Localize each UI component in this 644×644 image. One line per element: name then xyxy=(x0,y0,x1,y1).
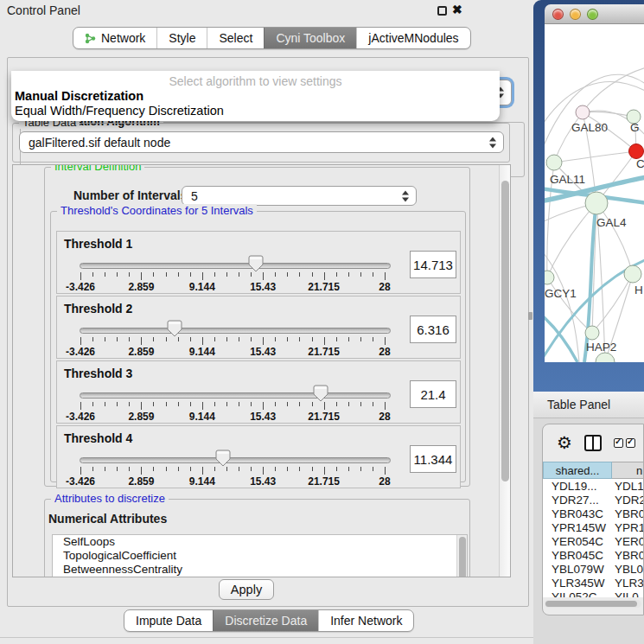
cell-shared-name[interactable]: YDR27... xyxy=(543,494,612,507)
node-label-hap2: HAP2 xyxy=(586,341,616,354)
table-row[interactable]: YDL19...YDL1 xyxy=(543,479,643,493)
node-label-c: C xyxy=(636,157,644,170)
tab-label: Impute Data xyxy=(136,614,201,628)
cell-shared-name[interactable]: YDL19... xyxy=(543,480,612,493)
tab-label: Select xyxy=(219,31,252,45)
cell-name[interactable]: YDR2 xyxy=(612,494,643,507)
tab-jactivemnodules[interactable]: jActiveMNodules xyxy=(356,28,469,48)
column-header-name[interactable]: n xyxy=(612,462,643,479)
table-panel-title: Table Panel xyxy=(547,398,610,411)
panel-splitter-grip[interactable] xyxy=(528,312,532,320)
threshold-1-block: Threshold 1 -3.4262.8599.14415.4321.7152… xyxy=(56,231,461,294)
network-node-hap2[interactable] xyxy=(585,326,599,340)
threshold-value-field[interactable]: 11.344 xyxy=(410,445,456,473)
tab-cyni-toolbox[interactable]: Cyni Toolbox xyxy=(264,28,356,48)
axis-tick-label: 2.859 xyxy=(128,475,154,488)
axis-tick-label: 2.859 xyxy=(128,281,154,293)
attribute-item-topologicalcoefficient[interactable]: TopologicalCoefficient xyxy=(53,549,467,563)
cell-name[interactable]: YIL0 xyxy=(612,590,643,598)
table-row[interactable]: YBR043CYBR0 xyxy=(543,507,643,520)
network-node-c[interactable] xyxy=(629,144,644,159)
cell-shared-name[interactable]: YBR043C xyxy=(543,507,612,520)
table-row[interactable]: YBL079WYBL0 xyxy=(543,562,643,576)
apply-button[interactable]: Apply xyxy=(219,579,274,600)
network-node-gcy1[interactable] xyxy=(545,271,554,284)
network-canvas[interactable]: GAL80GCGAL11GAL4GCY1HHAP2 xyxy=(545,24,644,362)
popup-item-equal-width[interactable]: Equal Width/Frequency Discretization xyxy=(15,104,224,118)
slider-track[interactable] xyxy=(80,392,391,399)
tab-network[interactable]: Network xyxy=(73,28,156,48)
network-node-gal80[interactable] xyxy=(576,105,590,119)
axis-tick-label: 21.715 xyxy=(308,281,340,293)
slider-track[interactable] xyxy=(80,457,391,463)
tab-style[interactable]: Style xyxy=(156,28,207,48)
cell-name[interactable]: YBR0 xyxy=(612,549,643,562)
float-window-icon[interactable] xyxy=(437,6,447,16)
checkbox-icon[interactable] xyxy=(626,438,635,448)
table-row[interactable]: YER054CYER0 xyxy=(543,534,643,548)
slider-thumb[interactable] xyxy=(167,320,182,337)
axis-tick-label: 28 xyxy=(379,281,390,293)
attribute-item-selfloops[interactable]: SelfLoops xyxy=(53,535,467,549)
cell-name[interactable]: YDL1 xyxy=(612,480,643,493)
threshold-value-field[interactable]: 6.316 xyxy=(410,316,456,343)
cell-name[interactable]: YER0 xyxy=(612,535,643,548)
table-data-combobox[interactable]: galFiltered.sif default node xyxy=(19,131,504,153)
interval-definition-group: Interval Definition Number of Intervals … xyxy=(44,167,470,487)
network-node-gal4[interactable] xyxy=(585,192,608,214)
popup-item-manual-discretization[interactable]: Manual Discretization xyxy=(15,89,143,103)
network-node-gal11[interactable] xyxy=(546,155,562,170)
slider-thumb[interactable] xyxy=(215,450,231,467)
group-title: Threshold's Coordinates for 5 Intervals xyxy=(57,204,257,217)
slider-track[interactable] xyxy=(80,328,391,334)
table-toolbar: ⚙ xyxy=(543,424,643,461)
attribute-item-betweennesscentrality[interactable]: BetweennessCentrality xyxy=(53,563,467,577)
slider-thumb[interactable] xyxy=(313,385,328,402)
slider-track[interactable] xyxy=(80,263,391,269)
tab-label: Cyni Toolbox xyxy=(276,31,345,45)
minimize-traffic-light[interactable] xyxy=(570,9,581,20)
table-row[interactable]: YIL052CYIL0 xyxy=(543,590,643,597)
table-row[interactable]: YLR345WYLR3 xyxy=(543,576,643,590)
cell-name[interactable]: YLR3 xyxy=(612,577,643,590)
gear-icon[interactable]: ⚙ xyxy=(557,434,572,451)
cell-shared-name[interactable]: YLR345W xyxy=(543,577,612,590)
slider-thumb[interactable] xyxy=(248,255,264,272)
cell-shared-name[interactable]: YPR145W xyxy=(543,521,612,534)
table-horizontal-scrollbar[interactable] xyxy=(545,600,641,608)
network-node-h[interactable] xyxy=(624,265,641,283)
cell-name[interactable]: YBR0 xyxy=(612,507,643,520)
number-of-intervals-combobox[interactable]: 5 xyxy=(182,186,417,206)
table-row[interactable]: YPR145WYPR1 xyxy=(543,520,643,534)
tab-select[interactable]: Select xyxy=(207,28,264,48)
cell-shared-name[interactable]: YBL079W xyxy=(543,563,612,576)
attributes-list-scrollbar[interactable] xyxy=(456,535,467,577)
split-columns-icon[interactable] xyxy=(584,435,602,451)
tab-impute-data[interactable]: Impute Data xyxy=(124,610,213,631)
settings-vertical-scrollbar[interactable] xyxy=(499,165,510,577)
axis-tick-label: 28 xyxy=(379,346,390,358)
tab-infer-network[interactable]: Infer Network xyxy=(318,610,413,631)
panel-title: Control Panel xyxy=(7,3,80,17)
cell-name[interactable]: YBL0 xyxy=(612,563,643,576)
cell-shared-name[interactable]: YER054C xyxy=(543,535,612,548)
network-node[interactable] xyxy=(596,353,615,362)
group-title: Attributes to discretize xyxy=(51,492,169,505)
settings-scrollpane: Interval Definition Number of Intervals … xyxy=(12,164,511,577)
column-header-shared-name[interactable]: shared... xyxy=(543,462,612,479)
table-row[interactable]: YDR27...YDR2 xyxy=(543,493,643,507)
cell-shared-name[interactable]: YBR045C xyxy=(543,549,612,562)
close-icon[interactable]: ✖ xyxy=(452,3,462,16)
tab-discretize-data[interactable]: Discretize Data xyxy=(213,610,318,631)
table-row[interactable]: YBR045CYBR0 xyxy=(543,548,643,562)
axis-tick-label: 15.43 xyxy=(250,281,276,293)
cell-name[interactable]: YPR1 xyxy=(612,521,643,534)
threshold-value-field[interactable]: 14.713 xyxy=(410,251,456,278)
cell-shared-name[interactable]: YIL052C xyxy=(543,590,612,598)
close-traffic-light[interactable] xyxy=(552,9,564,20)
threshold-label: Threshold 2 xyxy=(64,302,132,316)
zoom-traffic-light[interactable] xyxy=(587,9,598,20)
slider-scale xyxy=(80,467,385,475)
checkbox-icon[interactable] xyxy=(614,438,623,448)
threshold-value-field[interactable]: 21.4 xyxy=(410,380,456,408)
